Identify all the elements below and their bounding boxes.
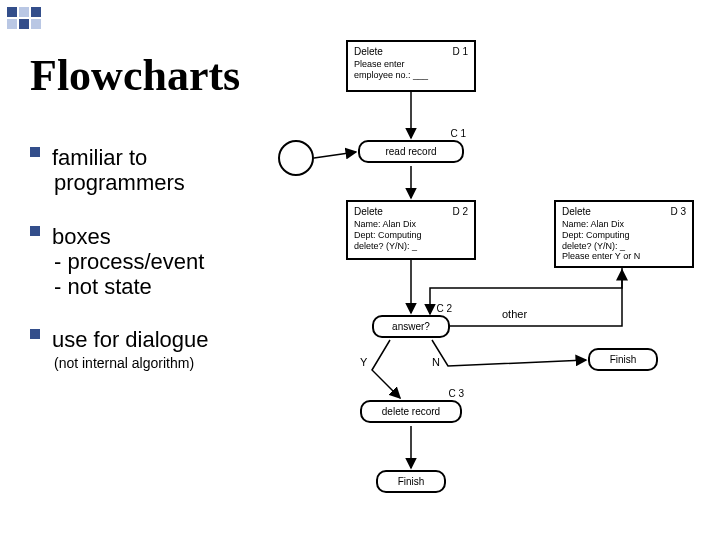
- bullet-icon: [30, 329, 40, 339]
- node-c1-label: read record: [372, 146, 450, 157]
- bullet-item-1: familiar to programmers: [30, 145, 310, 196]
- node-c2: answer? C 2: [372, 315, 450, 338]
- node-d1: Delete D 1 Please enter employee no.: __…: [346, 40, 476, 92]
- svg-line-1: [314, 152, 356, 158]
- bullet-item-2: boxes - process/event - not state: [30, 224, 310, 300]
- edge-label-y: Y: [358, 356, 369, 368]
- bullet-2-line-3: - not state: [54, 274, 310, 299]
- edge-label-other: other: [500, 308, 529, 320]
- slide-corner-decoration: [6, 6, 42, 30]
- bullet-list: familiar to programmers boxes - process/…: [30, 145, 310, 399]
- node-d2: Delete D 2 Name: Alan Dix Dept: Computin…: [346, 200, 476, 260]
- node-c1-id: C 1: [450, 128, 466, 139]
- node-finish-2-label: Finish: [602, 354, 644, 365]
- node-c2-label: answer?: [386, 321, 436, 332]
- node-c3-id: C 3: [448, 388, 464, 399]
- bullet-item-3: use for dialogue (not internal algorithm…: [30, 327, 310, 370]
- bullet-3-line-1: use for dialogue: [52, 327, 209, 352]
- node-d3-body: Name: Alan Dix Dept: Computing delete? (…: [562, 219, 686, 262]
- node-d3: Delete D 3 Name: Alan Dix Dept: Computin…: [554, 200, 694, 268]
- node-finish-1: Finish: [376, 470, 446, 493]
- node-d3-label: Delete: [562, 206, 591, 217]
- page-title: Flowcharts: [30, 50, 240, 101]
- node-d1-body: Please enter employee no.: ___: [354, 59, 468, 81]
- node-d2-body: Name: Alan Dix Dept: Computing delete? (…: [354, 219, 468, 251]
- node-c3-label: delete record: [374, 406, 448, 417]
- bullet-icon: [30, 147, 40, 157]
- loop-connector: [278, 140, 314, 176]
- node-finish-2: Finish: [588, 348, 658, 371]
- node-c2-id: C 2: [436, 303, 452, 314]
- node-d1-label: Delete: [354, 46, 383, 57]
- flowchart-arrows: [300, 40, 710, 530]
- bullet-2-line-1: boxes: [52, 224, 111, 249]
- flowchart-diagram: Delete D 1 Please enter employee no.: __…: [300, 40, 710, 530]
- bullet-1-line-2: programmers: [54, 170, 310, 195]
- node-finish-1-label: Finish: [390, 476, 432, 487]
- bullet-2-line-2: - process/event: [54, 249, 310, 274]
- bullet-3-note: (not internal algorithm): [54, 355, 310, 371]
- edge-label-n: N: [430, 356, 442, 368]
- node-d2-label: Delete: [354, 206, 383, 217]
- bullet-icon: [30, 226, 40, 236]
- bullet-1-line-1: familiar to: [52, 145, 147, 170]
- node-c1: read record C 1: [358, 140, 464, 163]
- node-c3: delete record C 3: [360, 400, 462, 423]
